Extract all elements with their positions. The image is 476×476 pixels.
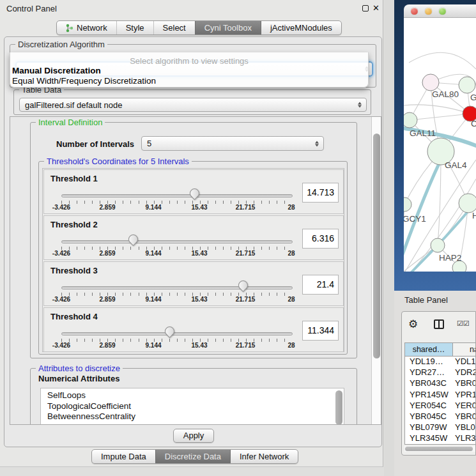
cell: YBL079W — [405, 422, 453, 433]
table-row[interactable]: YDL19…YDL1 — [405, 357, 476, 367]
threshold-3-slider-thumb[interactable] — [236, 279, 250, 292]
column-header-shared-name[interactable]: shared… — [405, 343, 453, 356]
cell: YBR045C — [405, 411, 453, 422]
cell: YDL19… — [405, 357, 453, 367]
threshold-4-panel: Threshold 4 -3.4262.8599.14415.4321.7152… — [43, 307, 344, 352]
slider-tick-label: 28 — [288, 296, 295, 303]
threshold-4-slider-thumb[interactable] — [163, 325, 176, 338]
number-of-intervals-value: 5 — [147, 139, 151, 148]
numerical-attributes-list[interactable]: SelfLoops TopologicalCoefficient Between… — [40, 388, 344, 425]
columns-icon[interactable] — [434, 319, 444, 329]
slider-tick-labels: -3.4262.8599.14415.4321.71528 — [44, 342, 344, 350]
tab-impute-data-label: Impute Data — [101, 452, 146, 461]
threshold-1-slider-thumb[interactable] — [188, 187, 201, 200]
cell: YBR043C — [405, 378, 453, 389]
list-item[interactable]: SelfLoops — [47, 390, 344, 401]
tab-network[interactable]: Network — [57, 21, 116, 35]
threshold-2-label: Threshold 2 — [50, 220, 98, 229]
table-row[interactable]: YDR27…YDR2 — [405, 367, 476, 378]
slider-tick-label: -3.426 — [52, 204, 70, 211]
tab-style-label: Style — [126, 23, 144, 33]
tab-jactivemnodules[interactable]: jActiveMNodules — [261, 21, 341, 35]
number-of-intervals-label: Number of Intervals — [56, 139, 134, 149]
threshold-1-panel: Threshold 1 -3.4262.8599.14415.4321.7152… — [43, 169, 344, 214]
table-horizontal-scrollbar[interactable] — [404, 446, 476, 452]
slider-tick-label: 2.859 — [99, 204, 115, 211]
node-gal11[interactable] — [404, 112, 417, 128]
node-label-gal11: GAL11 — [410, 128, 436, 138]
node-gal80[interactable] — [422, 74, 439, 91]
scrollbar-thumb[interactable] — [373, 134, 380, 358]
minimize-traffic-light-icon[interactable] — [425, 8, 432, 15]
threshold-2-slider-track[interactable] — [61, 240, 293, 243]
threshold-2-slider-thumb[interactable] — [126, 233, 139, 246]
list-item[interactable]: BetweennessCentrality — [47, 411, 344, 422]
table-panel-region: Table Panel ⚙ ☑☑ shared… na YDL19…YDL1 Y… — [394, 291, 476, 476]
settings-vertical-scrollbar[interactable] — [371, 117, 381, 424]
threshold-1-value-field[interactable]: 14.713 — [302, 183, 339, 203]
table-row[interactable]: YBR043CYBR0 — [405, 378, 476, 389]
network-canvas[interactable]: GAL80 GA C GAL11 GAL4 GCY1 H HAP2 — [404, 18, 476, 272]
number-of-intervals-select[interactable]: 5 — [141, 136, 324, 151]
cell: YPR145W — [405, 390, 453, 401]
threshold-2-panel: Threshold 2 -3.4262.8599.14415.4321.7152… — [43, 215, 344, 260]
close-icon[interactable]: ✕ — [372, 3, 380, 13]
table-row[interactable]: YPR145WYPR1 — [405, 390, 476, 401]
network-view-window: GAL80 GA C GAL11 GAL4 GCY1 H HAP2 — [394, 0, 476, 291]
threshold-3-panel: Threshold 3 -3.4262.8599.14415.4321.7152… — [43, 261, 344, 306]
cell: YER0 — [453, 401, 476, 411]
checkboxes-icon[interactable]: ☑☑ — [457, 319, 470, 328]
slider-tick-label: 9.144 — [145, 250, 161, 257]
close-traffic-light-icon[interactable] — [411, 8, 418, 15]
zoom-traffic-light-icon[interactable] — [439, 8, 446, 15]
table-row[interactable]: YBL079WYBL0 — [405, 422, 476, 433]
slider-tick-label: 2.859 — [99, 296, 115, 303]
tab-select[interactable]: Select — [153, 21, 195, 35]
threshold-1-slider-track[interactable] — [61, 194, 293, 197]
threshold-4-value-field[interactable]: 11.344 — [302, 321, 339, 341]
tab-network-label: Network — [77, 23, 107, 33]
float-window-icon[interactable] — [362, 5, 369, 12]
gear-icon[interactable]: ⚙ — [408, 318, 418, 331]
node-hap2[interactable] — [431, 238, 445, 252]
tab-style[interactable]: Style — [116, 21, 153, 35]
cell: YER054C — [405, 401, 453, 411]
table-row[interactable]: YER054CYER0 — [405, 401, 476, 411]
cell: YLR3 — [453, 433, 476, 444]
interval-definition-group: Interval Definition Number of Intervals … — [30, 122, 357, 358]
algorithm-option-manual[interactable]: Manual Discretization — [12, 66, 101, 75]
node-label-gcy1: GCY1 — [404, 214, 426, 224]
list-item[interactable]: TopologicalCoefficient — [47, 401, 344, 412]
column-header-name[interactable]: na — [453, 343, 476, 356]
node-upper-right[interactable] — [459, 77, 475, 93]
slider-tick-label: 15.43 — [191, 296, 207, 303]
threshold-3-slider-track[interactable] — [61, 286, 293, 289]
scrollbar-thumb[interactable] — [405, 447, 473, 451]
node-gcy1[interactable] — [404, 197, 411, 211]
node-attribute-table[interactable]: shared… na YDL19…YDL1 YDR27…YDR2 YBR043C… — [404, 342, 476, 445]
attributes-list-scrollbar[interactable] — [335, 390, 342, 425]
node-right-mid[interactable] — [459, 194, 476, 213]
algorithm-option-equal-width[interactable]: Equal Width/Frequency Discretization — [12, 76, 156, 86]
threshold-2-value-field[interactable]: 6.316 — [302, 229, 339, 249]
cyni-toolbox-panel: Discretization Algorithm Select algorith… — [4, 36, 382, 447]
node-label-truncated-ga: GA — [470, 93, 476, 102]
node-label-gal80: GAL80 — [432, 89, 459, 99]
tab-cyni-toolbox[interactable]: Cyni Toolbox — [195, 21, 261, 35]
table-panel-toolbar: ⚙ ☑☑ — [402, 312, 475, 337]
tab-impute-data[interactable]: Impute Data — [92, 450, 155, 463]
slider-tick-label: 15.43 — [191, 204, 207, 211]
table-data-select[interactable]: galFiltered.sif default node — [19, 98, 367, 112]
apply-button[interactable]: Apply — [173, 429, 214, 443]
table-data-group: Table Data galFiltered.sif default node — [13, 89, 371, 115]
table-row[interactable]: YIL052CYIL0 — [405, 445, 476, 445]
thresholds-container: Threshold 1 -3.4262.8599.14415.4321.7152… — [42, 168, 344, 352]
table-panel-title: Table Panel — [404, 295, 448, 305]
tab-discretize-data[interactable]: Discretize Data — [155, 450, 230, 463]
tab-infer-network[interactable]: Infer Network — [230, 450, 298, 463]
network-icon — [66, 24, 73, 33]
table-row[interactable]: YLR345WYLR3 — [405, 433, 476, 444]
threshold-4-slider-track[interactable] — [61, 332, 293, 335]
table-row[interactable]: YBR045CYBR0 — [405, 411, 476, 422]
threshold-3-value-field[interactable]: 21.4 — [302, 275, 339, 295]
